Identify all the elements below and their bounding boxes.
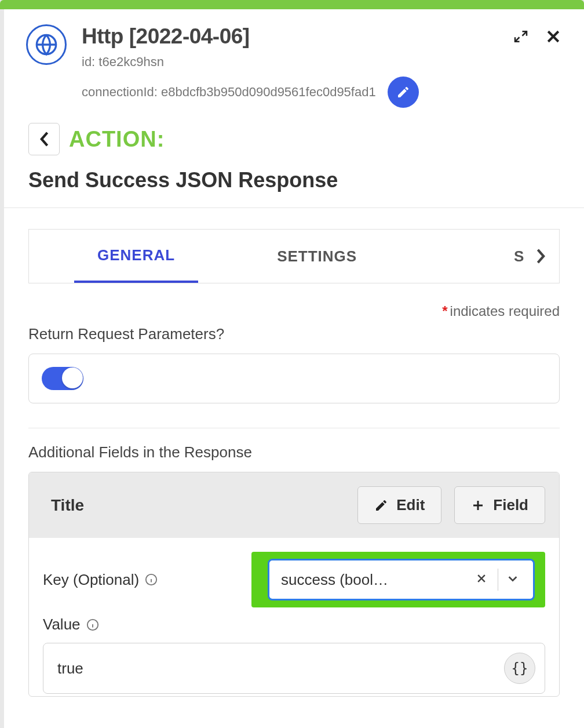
additional-fields-label: Additional Fields in the Response [28,443,560,461]
key-select[interactable]: success (bool… [268,559,535,600]
close-icon[interactable] [545,28,562,45]
connection-id: connectionId: e8bdcfb3b950d090d9561fec0d… [82,85,376,100]
globe-icon [26,24,67,65]
edit-button[interactable]: Edit [357,486,441,524]
action-row: ACTION: [4,114,584,155]
return-params-box [28,354,560,403]
value-input-wrap: {} [43,643,545,694]
back-button[interactable] [28,123,60,155]
collapse-icon[interactable] [512,28,530,45]
select-separator [498,569,498,591]
panel-header: Http [2022-04-06] id: t6e2kc9hsn connect… [4,9,584,114]
additional-fields-box: Title Edit Field Key (Optio [28,472,560,697]
expression-button[interactable]: {} [504,653,535,684]
chevron-right-icon [536,248,546,264]
return-params-toggle[interactable] [42,367,83,390]
additional-header: Title Edit Field [29,472,559,538]
key-label-text: Key (Optional) [43,571,139,589]
tab-general[interactable]: GENERAL [74,230,198,283]
return-params-label: Return Request Parameters? [28,325,560,343]
chevron-left-icon [39,131,49,147]
value-label-row: Value [43,616,545,634]
key-highlight: success (bool… [251,552,545,607]
key-row: Key (Optional) success (bool… [43,552,545,607]
edit-button-label: Edit [396,496,425,514]
edit-connection-button[interactable] [388,77,419,108]
header-text-block: Http [2022-04-06] id: t6e2kc9hsn connect… [82,24,512,108]
toggle-knob [62,367,83,388]
tab-settings[interactable]: SETTINGS [254,230,380,283]
tabs: GENERAL SETTINGS S [28,229,560,283]
info-icon[interactable] [145,573,158,586]
required-note: *indicates required [28,303,560,319]
info-icon[interactable] [86,618,99,631]
add-field-button[interactable]: Field [454,486,545,524]
pencil-icon [396,85,410,99]
header-controls [512,28,562,45]
content: GENERAL SETTINGS S *indicates required R… [4,208,584,697]
kv-body: Key (Optional) success (bool… [29,538,559,696]
additional-title: Title [51,496,84,515]
required-asterisk: * [442,303,447,319]
action-name: Send Success JSON Response [4,155,584,208]
value-input[interactable] [57,660,504,678]
required-text: indicates required [450,303,560,319]
x-icon [476,573,487,584]
id-line: id: t6e2kc9hsn [82,54,512,70]
plus-icon [471,498,485,512]
add-field-button-label: Field [493,496,528,514]
key-select-value: success (bool… [281,571,468,589]
chevron-down-icon [506,572,519,585]
tabs-scroll-right[interactable] [529,248,559,264]
tab-partial-next[interactable]: S [514,247,529,265]
panel: Http [2022-04-06] id: t6e2kc9hsn connect… [4,9,584,728]
connection-line: connectionId: e8bdcfb3b950d090d9561fec0d… [82,77,512,108]
top-accent-bar [0,0,584,9]
section-divider [28,428,560,428]
key-dropdown-toggle[interactable] [501,572,525,587]
value-label: Value [43,616,99,634]
panel-title: Http [2022-04-06] [82,24,512,49]
key-clear-button[interactable] [468,573,495,587]
value-label-text: Value [43,616,81,634]
action-label: ACTION: [69,127,165,152]
pencil-icon [374,498,388,512]
key-label: Key (Optional) [43,571,251,589]
